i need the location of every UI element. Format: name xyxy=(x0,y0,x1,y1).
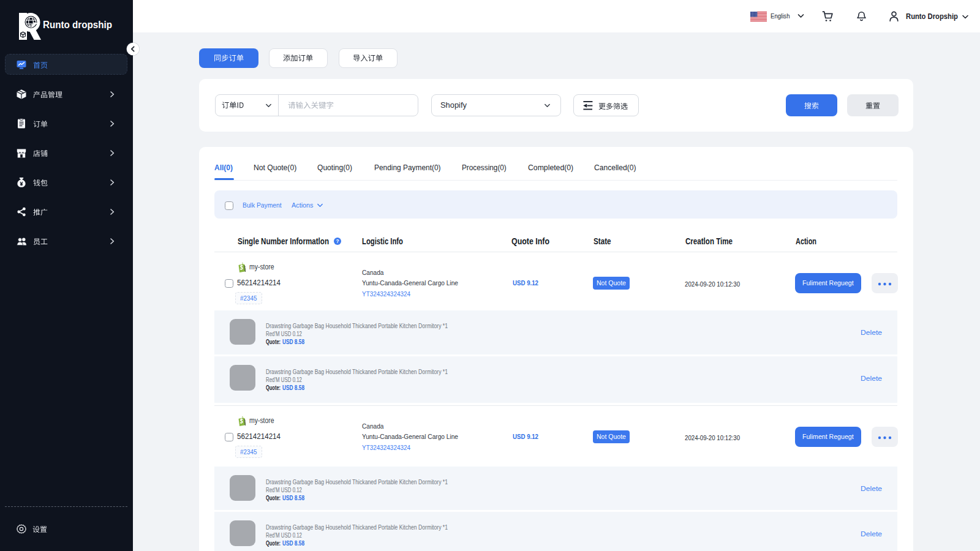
svg-text:?: ? xyxy=(336,239,339,244)
